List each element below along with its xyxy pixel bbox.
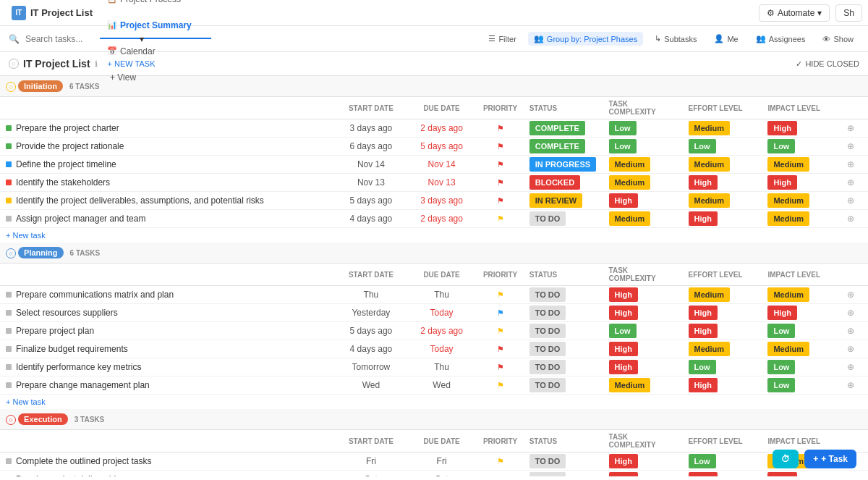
task-complexity[interactable]: High bbox=[609, 306, 638, 320]
task-status[interactable]: TO DO bbox=[529, 472, 566, 476]
task-name-text[interactable]: Prepare project plan bbox=[16, 326, 94, 336]
task-status[interactable]: COMPLETE bbox=[529, 121, 585, 135]
hide-closed-button[interactable]: ✓ HIDE CLOSED bbox=[796, 59, 859, 69]
row-settings-icon[interactable]: ⊕ bbox=[847, 308, 854, 318]
task-status[interactable]: TO DO bbox=[529, 306, 566, 320]
search-dropdown-icon[interactable]: ▾ bbox=[140, 34, 144, 44]
task-impact[interactable]: Medium bbox=[767, 211, 809, 226]
task-impact[interactable]: High bbox=[767, 472, 796, 476]
task-status[interactable]: TO DO bbox=[529, 287, 566, 302]
task-effort[interactable]: Medium bbox=[689, 193, 731, 208]
row-settings-icon[interactable]: ⊕ bbox=[847, 159, 854, 169]
task-impact[interactable]: Medium bbox=[767, 157, 809, 172]
group-collapse-initiation[interactable]: ○ bbox=[6, 82, 16, 92]
task-effort[interactable]: High bbox=[689, 378, 718, 392]
task-status[interactable]: TO DO bbox=[529, 454, 566, 468]
row-settings-icon[interactable]: ⊕ bbox=[847, 344, 854, 354]
task-name-text[interactable]: Prepare communications matrix and plan bbox=[16, 290, 174, 300]
task-name-text[interactable]: Develop project deliverables bbox=[16, 474, 125, 476]
task-complexity[interactable]: Medium bbox=[609, 211, 651, 226]
task-complexity[interactable]: Low bbox=[609, 324, 637, 338]
row-settings-icon[interactable]: ⊕ bbox=[847, 326, 854, 336]
row-settings-icon[interactable]: ⊕ bbox=[847, 474, 854, 476]
task-status[interactable]: IN PROGRESS bbox=[529, 157, 596, 172]
add-task-button[interactable]: + + Task bbox=[804, 450, 856, 468]
task-impact[interactable]: Medium bbox=[767, 193, 809, 208]
row-settings-icon[interactable]: ⊕ bbox=[847, 214, 854, 224]
task-impact[interactable]: Low bbox=[767, 139, 795, 153]
new-task-link-initiation[interactable]: + New task bbox=[0, 228, 868, 243]
task-status[interactable]: TO DO bbox=[529, 324, 566, 338]
task-name-text[interactable]: Prepare the project charter bbox=[16, 123, 119, 133]
task-effort[interactable]: High bbox=[689, 472, 718, 476]
new-task-link-planning[interactable]: + New task bbox=[0, 395, 868, 409]
task-complexity[interactable]: Medium bbox=[609, 157, 651, 172]
task-effort[interactable]: High bbox=[689, 324, 718, 338]
task-complexity[interactable]: High bbox=[609, 342, 638, 356]
task-name-text[interactable]: Provide the project rationale bbox=[16, 141, 124, 151]
task-name-text[interactable]: Assign project manager and team bbox=[16, 214, 145, 224]
task-name-text[interactable]: Define the project timeline bbox=[16, 159, 116, 169]
share-button[interactable]: Sh bbox=[835, 4, 862, 22]
me-button[interactable]: 👤 Me bbox=[708, 32, 744, 46]
task-status[interactable]: TO DO bbox=[529, 211, 566, 226]
task-effort[interactable]: High bbox=[689, 306, 718, 320]
task-name-text[interactable]: Identify performance key metrics bbox=[16, 362, 141, 372]
task-effort[interactable]: Medium bbox=[689, 342, 731, 356]
task-impact[interactable]: High bbox=[767, 121, 796, 135]
task-impact[interactable]: Medium bbox=[767, 342, 809, 356]
task-effort[interactable]: Medium bbox=[689, 287, 731, 302]
task-effort[interactable]: Low bbox=[689, 360, 716, 374]
task-name-text[interactable]: Select resources suppliers bbox=[16, 308, 118, 318]
task-name-text[interactable]: Identify the stakeholders bbox=[16, 177, 110, 188]
task-complexity[interactable]: High bbox=[609, 454, 638, 468]
task-name-text[interactable]: Identify the project deliverables, assum… bbox=[16, 195, 264, 206]
task-effort[interactable]: Low bbox=[689, 139, 716, 153]
task-name-text[interactable]: Prepare change management plan bbox=[16, 380, 150, 390]
task-effort[interactable]: High bbox=[689, 211, 718, 226]
task-name-text[interactable]: Complete the outlined project tasks bbox=[16, 456, 151, 466]
task-status[interactable]: TO DO bbox=[529, 378, 566, 392]
task-impact[interactable]: Low bbox=[767, 360, 795, 374]
timer-button[interactable]: ⏱ bbox=[773, 450, 799, 468]
task-impact[interactable]: Low bbox=[767, 378, 795, 392]
page-info-icon[interactable]: ℹ bbox=[95, 59, 98, 69]
task-complexity[interactable]: Medium bbox=[609, 378, 651, 392]
row-settings-icon[interactable]: ⊕ bbox=[847, 195, 854, 206]
show-button[interactable]: 👁 Show bbox=[817, 33, 859, 46]
row-settings-icon[interactable]: ⊕ bbox=[847, 177, 854, 188]
task-complexity[interactable]: High bbox=[609, 360, 638, 374]
task-complexity[interactable]: Low bbox=[609, 139, 637, 153]
task-status[interactable]: IN REVIEW bbox=[529, 193, 582, 208]
row-settings-icon[interactable]: ⊕ bbox=[847, 362, 854, 372]
task-impact[interactable]: High bbox=[767, 306, 796, 320]
task-impact[interactable]: Low bbox=[767, 324, 795, 338]
task-status[interactable]: TO DO bbox=[529, 360, 566, 374]
assignees-button[interactable]: 👥 Assignees bbox=[750, 32, 812, 46]
row-settings-icon[interactable]: ⊕ bbox=[847, 141, 854, 151]
group-collapse-execution[interactable]: ○ bbox=[6, 415, 16, 425]
task-status[interactable]: TO DO bbox=[529, 342, 566, 356]
filter-button[interactable]: ☰ Filter bbox=[482, 32, 522, 46]
task-complexity[interactable]: Low bbox=[609, 121, 637, 135]
task-effort[interactable]: Medium bbox=[689, 157, 731, 172]
task-status[interactable]: BLOCKED bbox=[529, 175, 580, 190]
task-complexity[interactable]: Medium bbox=[609, 175, 651, 190]
row-settings-icon[interactable]: ⊕ bbox=[847, 123, 854, 133]
task-complexity[interactable]: High bbox=[609, 287, 638, 302]
task-complexity[interactable]: High bbox=[609, 193, 638, 208]
nav-tab-project-process[interactable]: 📋Project Process bbox=[100, 0, 211, 13]
page-collapse-icon[interactable]: ○ bbox=[9, 59, 19, 69]
subtasks-button[interactable]: ↳ Subtasks bbox=[649, 32, 702, 46]
task-effort[interactable]: Low bbox=[689, 454, 716, 468]
search-input[interactable] bbox=[25, 34, 134, 44]
automate-button[interactable]: ⚙ Automate ▾ bbox=[759, 4, 830, 22]
task-complexity[interactable]: High bbox=[609, 472, 638, 476]
group-collapse-planning[interactable]: ○ bbox=[6, 248, 16, 258]
task-impact[interactable]: Medium bbox=[767, 287, 809, 302]
task-status[interactable]: COMPLETE bbox=[529, 139, 585, 153]
row-settings-icon[interactable]: ⊕ bbox=[847, 290, 854, 300]
new-task-button[interactable]: + NEW TASK bbox=[108, 59, 156, 68]
task-name-text[interactable]: Finalize budget requirements bbox=[16, 344, 128, 354]
task-effort[interactable]: Medium bbox=[689, 121, 731, 135]
